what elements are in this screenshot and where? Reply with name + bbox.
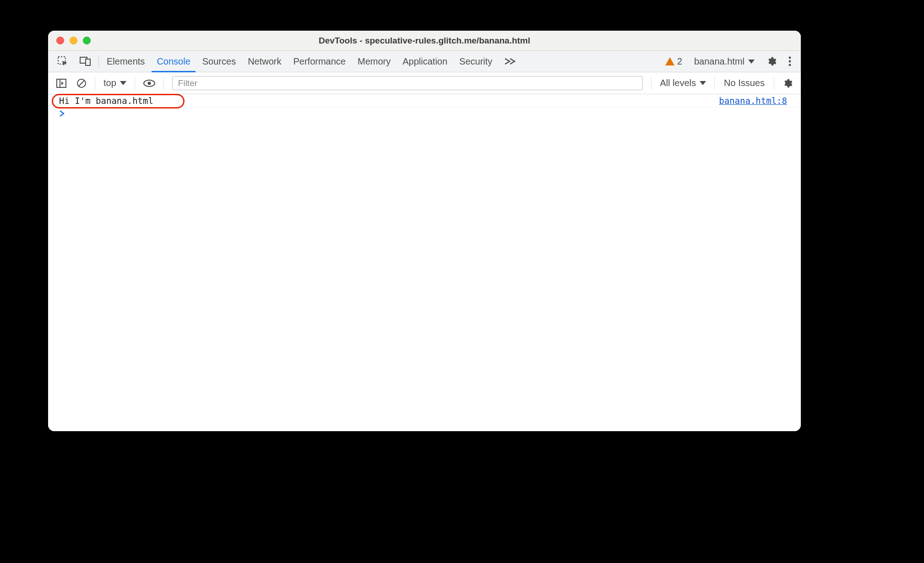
svg-point-3 xyxy=(789,57,791,59)
tab-label: Elements xyxy=(107,56,145,67)
window-title: DevTools - speculative-rules.glitch.me/b… xyxy=(48,36,801,46)
tab-network[interactable]: Network xyxy=(242,51,287,72)
window-close-button[interactable] xyxy=(56,37,64,44)
live-expression-button[interactable] xyxy=(139,72,160,94)
traffic-lights xyxy=(48,37,91,44)
tab-performance[interactable]: Performance xyxy=(288,51,352,72)
warning-icon xyxy=(665,57,674,65)
context-label: banana.html xyxy=(694,56,745,67)
svg-rect-2 xyxy=(86,59,90,65)
tab-sources[interactable]: Sources xyxy=(196,51,242,72)
chevron-down-icon xyxy=(748,60,755,64)
tab-application[interactable]: Application xyxy=(397,51,453,72)
source-link[interactable]: banana.html:8 xyxy=(719,96,787,106)
levels-label: All levels xyxy=(660,78,696,88)
divider xyxy=(774,77,774,90)
chevron-down-icon xyxy=(120,81,126,85)
target-context-selector[interactable]: banana.html xyxy=(688,51,761,72)
tab-label: Performance xyxy=(294,56,346,67)
toggle-sidebar-button[interactable] xyxy=(52,72,71,94)
console-toolbar: top All levels No Issues xyxy=(48,72,801,94)
console-prompt[interactable] xyxy=(48,108,801,119)
devtools-window: DevTools - speculative-rules.glitch.me/b… xyxy=(48,31,801,431)
svg-point-4 xyxy=(789,60,791,63)
log-message: Hi I'm banana.html xyxy=(59,96,153,106)
tab-console[interactable]: Console xyxy=(151,51,196,72)
inspect-element-icon[interactable] xyxy=(52,51,74,72)
settings-button[interactable] xyxy=(761,51,783,72)
svg-point-11 xyxy=(147,81,151,85)
device-toolbar-icon[interactable] xyxy=(74,51,97,72)
issues-summary[interactable]: No Issues xyxy=(718,78,770,88)
console-log-row[interactable]: Hi I'm banana.html banana.html:8 xyxy=(48,94,801,108)
clear-console-button[interactable] xyxy=(72,72,91,94)
console-output[interactable]: Hi I'm banana.html banana.html:8 xyxy=(48,94,801,431)
context-label: top xyxy=(103,78,116,88)
tab-memory[interactable]: Memory xyxy=(352,51,397,72)
console-settings-button[interactable] xyxy=(778,72,797,94)
tab-label: Console xyxy=(157,56,190,67)
kebab-menu-button[interactable] xyxy=(783,51,797,72)
divider xyxy=(163,77,164,90)
divider xyxy=(714,77,715,90)
titlebar: DevTools - speculative-rules.glitch.me/b… xyxy=(48,31,801,51)
window-minimize-button[interactable] xyxy=(70,37,77,44)
filter-input[interactable] xyxy=(172,76,643,90)
divider xyxy=(651,77,652,90)
tab-label: Security xyxy=(459,56,492,67)
execution-context-selector[interactable]: top xyxy=(99,78,131,88)
svg-line-9 xyxy=(79,81,84,86)
tab-label: Application xyxy=(402,56,447,67)
more-tabs-button[interactable] xyxy=(498,51,522,72)
tab-label: Network xyxy=(248,56,281,67)
divider xyxy=(98,55,99,68)
issues-label: No Issues xyxy=(724,78,765,88)
log-levels-selector[interactable]: All levels xyxy=(655,78,711,88)
log-message-wrap: Hi I'm banana.html xyxy=(59,96,153,106)
tab-label: Memory xyxy=(358,56,391,67)
warning-count: 2 xyxy=(677,56,682,67)
tab-label: Sources xyxy=(202,56,236,67)
tab-security[interactable]: Security xyxy=(453,51,498,72)
divider xyxy=(95,77,95,90)
svg-point-5 xyxy=(789,64,791,66)
window-zoom-button[interactable] xyxy=(83,37,91,44)
issues-indicator[interactable]: 2 xyxy=(658,51,688,72)
tabstrip: Elements Console Sources Network Perform… xyxy=(48,51,801,72)
divider xyxy=(135,77,135,90)
chevron-down-icon xyxy=(700,81,706,85)
tab-elements[interactable]: Elements xyxy=(101,51,151,72)
